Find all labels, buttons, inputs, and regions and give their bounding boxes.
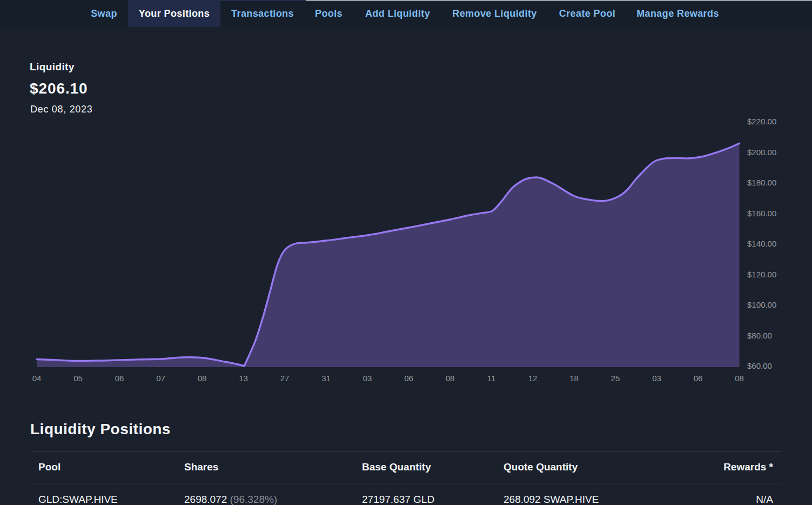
svg-text:$100.00: $100.00: [747, 300, 776, 309]
svg-text:$200.00: $200.00: [747, 148, 776, 157]
svg-text:$220.00: $220.00: [747, 117, 776, 126]
svg-text:27: 27: [280, 374, 290, 383]
svg-text:$180.00: $180.00: [747, 178, 776, 187]
svg-text:18: 18: [569, 374, 579, 383]
svg-text:08: 08: [446, 374, 455, 383]
svg-text:31: 31: [321, 374, 331, 383]
svg-text:07: 07: [156, 374, 165, 383]
svg-text:$160.00: $160.00: [747, 209, 776, 218]
svg-text:12: 12: [528, 374, 538, 383]
svg-text:$60.00: $60.00: [747, 361, 772, 370]
svg-text:03: 03: [363, 374, 372, 383]
svg-text:25: 25: [611, 374, 620, 383]
svg-text:11: 11: [487, 374, 496, 383]
svg-text:05: 05: [73, 374, 83, 383]
svg-text:06: 06: [404, 374, 413, 383]
svg-text:04: 04: [32, 374, 42, 383]
svg-text:06: 06: [115, 374, 124, 383]
svg-text:$140.00: $140.00: [747, 239, 776, 248]
svg-text:13: 13: [239, 374, 248, 383]
svg-text:$120.00: $120.00: [747, 270, 776, 279]
svg-text:$80.00: $80.00: [747, 331, 772, 340]
svg-text:08: 08: [735, 374, 744, 383]
svg-text:03: 03: [652, 374, 661, 383]
svg-text:06: 06: [694, 374, 703, 383]
svg-text:08: 08: [198, 374, 207, 383]
